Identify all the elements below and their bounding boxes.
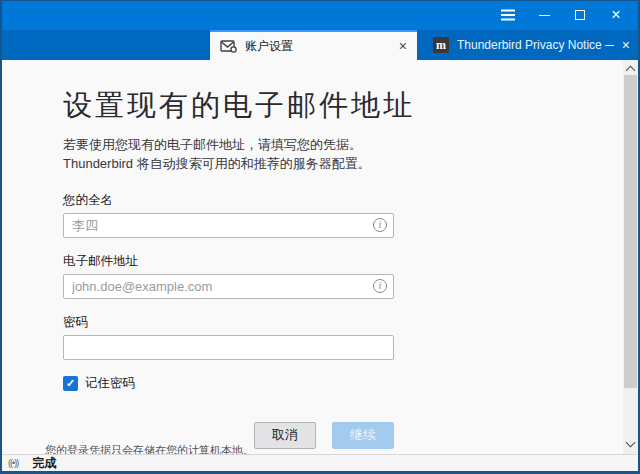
scroll-up-icon[interactable] — [626, 66, 636, 76]
tab-account-settings[interactable]: 账户设置 × — [210, 30, 417, 60]
password-label: 密码 — [63, 314, 394, 331]
hamburger-icon — [501, 14, 515, 16]
page-subtitle: 若要使用您现有的电子邮件地址，请填写您的凭据。 Thunderbird 将自动搜… — [63, 136, 638, 174]
minimize-button[interactable] — [526, 0, 562, 30]
titlebar: × — [0, 0, 640, 30]
tab-label: 账户设置 — [245, 38, 391, 55]
email-label: 电子邮件地址 — [63, 253, 394, 270]
minimize-icon — [539, 15, 550, 16]
network-activity-icon: ((•)) — [8, 458, 18, 468]
app-menu-button[interactable] — [490, 0, 526, 30]
account-settings-icon — [220, 40, 237, 53]
info-icon[interactable]: i — [373, 279, 387, 293]
maximize-icon — [575, 10, 585, 20]
continue-button[interactable]: 继续 — [332, 422, 394, 449]
maximize-button[interactable] — [562, 0, 598, 30]
fullname-input[interactable] — [63, 213, 394, 238]
subtitle-line-2: Thunderbird 将自动搜索可用的和推荐的服务器配置。 — [63, 155, 638, 174]
password-field-group: 密码 — [63, 314, 394, 360]
credentials-note: 您的登录凭据只会存储在您的计算机本地。 — [45, 443, 254, 454]
info-icon[interactable]: i — [373, 218, 387, 232]
thunderbird-window: { "tabs": { "account_settings": { "label… — [0, 0, 640, 474]
email-input[interactable] — [63, 274, 394, 299]
cancel-button[interactable]: 取消 — [254, 422, 316, 449]
page-title: 设置现有的电子邮件地址 — [63, 86, 638, 126]
remember-password-checkbox[interactable]: ✓ — [63, 376, 78, 391]
scrollbar-thumb[interactable] — [624, 75, 637, 388]
tab-close-button[interactable]: × — [399, 39, 407, 53]
password-input[interactable] — [63, 335, 394, 360]
close-icon: × — [611, 7, 620, 23]
tab-close-button[interactable]: × — [622, 38, 630, 52]
tab-privacy-notice[interactable]: m Thunderbird Privacy Notice — M × — [425, 30, 638, 60]
tab-label: Thunderbird Privacy Notice — M — [457, 38, 614, 52]
vertical-scrollbar[interactable] — [623, 60, 638, 455]
email-input-wrap: i — [63, 274, 394, 299]
close-window-button[interactable]: × — [598, 0, 634, 30]
remember-password-label: 记住密码 — [85, 375, 135, 392]
scroll-down-icon[interactable] — [626, 438, 636, 448]
fullname-input-wrap: i — [63, 213, 394, 238]
email-field-group: 电子邮件地址 i — [63, 253, 394, 299]
fullname-field-group: 您的全名 i — [63, 192, 394, 238]
subtitle-line-1: 若要使用您现有的电子邮件地址，请填写您的凭据。 — [63, 136, 638, 155]
account-setup-pane: 设置现有的电子邮件地址 若要使用您现有的电子邮件地址，请填写您的凭据。 Thun… — [2, 60, 638, 454]
status-bar: ((•)) 完成 — [2, 454, 638, 471]
password-input-wrap — [63, 335, 394, 360]
mozilla-m-icon: m — [433, 37, 449, 53]
fullname-label: 您的全名 — [63, 192, 394, 209]
setup-form: 您的全名 i 电子邮件地址 i 密码 ✓ 记住密码 取消 继续 — [63, 192, 394, 449]
remember-password-row: ✓ 记住密码 — [63, 375, 394, 392]
status-text: 完成 — [32, 455, 56, 472]
